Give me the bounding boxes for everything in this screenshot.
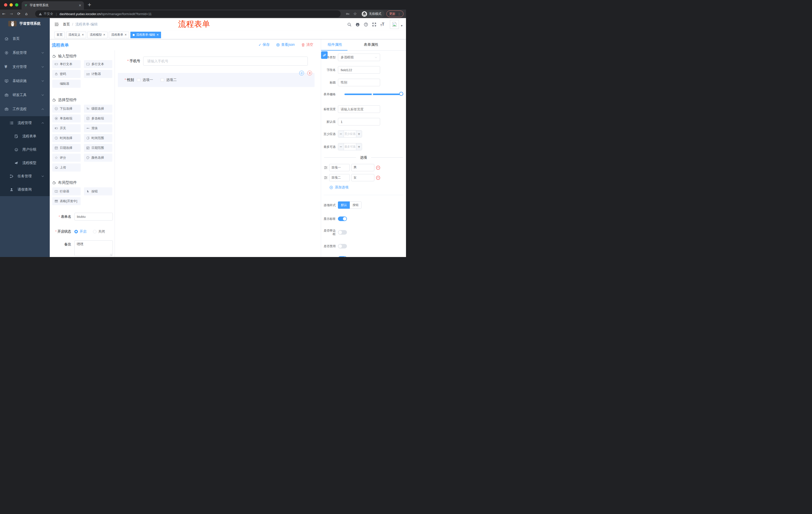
browser-tab[interactable]: 芋道管理系统 ✕ — [22, 1, 84, 9]
phone-field-input[interactable] — [143, 57, 308, 65]
component-item[interactable]: 时间范围 — [84, 134, 112, 142]
new-tab-button[interactable]: + — [87, 2, 91, 7]
option-label-input[interactable] — [329, 164, 350, 171]
tab-tag[interactable]: 流程表单-编辑✕ — [130, 32, 161, 38]
style-button-button[interactable]: 按钮 — [350, 201, 361, 209]
checkbox-icon[interactable] — [161, 78, 164, 82]
sidebar-item[interactable]: 流程表单 — [0, 130, 50, 143]
component-item[interactable]: 级联选择 — [84, 105, 112, 113]
sidebar-logo[interactable]: 芋道管理系统 — [0, 18, 50, 29]
sidebar-item[interactable]: 任务管理 — [0, 169, 50, 183]
component-item[interactable]: ☆评分 — [52, 154, 81, 162]
tab-tag[interactable]: 流程模型✕ — [87, 32, 108, 38]
tag-close-icon[interactable]: ✕ — [156, 33, 159, 36]
traffic-zoom-button[interactable] — [15, 3, 18, 6]
component-item[interactable]: 按钮 — [84, 187, 112, 195]
drag-handle-icon[interactable] — [324, 176, 328, 180]
traffic-close-button[interactable] — [4, 3, 7, 6]
sidebar-item[interactable]: 首页 — [0, 32, 50, 46]
status-radio-off[interactable]: 关闭 — [93, 229, 105, 234]
component-item[interactable]: 上传 — [52, 163, 81, 171]
component-item[interactable]: 日期范围 — [84, 144, 112, 152]
sidebar-item[interactable]: 基础设施 — [0, 74, 50, 88]
component-item[interactable]: 密码 — [52, 70, 81, 78]
option-label-input[interactable] — [329, 174, 350, 181]
tab-form-props[interactable]: 表单属性 — [364, 42, 378, 47]
breadcrumb-home[interactable]: 首页 — [63, 22, 70, 27]
stepper-plus-button[interactable]: + — [356, 143, 362, 150]
github-icon[interactable] — [355, 22, 360, 27]
component-item[interactable]: 颜色选择 — [84, 154, 112, 162]
component-item[interactable]: 行容器 — [52, 187, 81, 195]
forward-icon[interactable]: → — [7, 12, 15, 16]
user-avatar[interactable] — [390, 20, 399, 29]
stepper-minus-button[interactable]: − — [338, 143, 344, 150]
search-icon[interactable] — [347, 22, 351, 27]
sidebar-item[interactable]: 流程管理 — [0, 116, 50, 130]
gender-option-1[interactable]: 选项一 — [137, 78, 153, 82]
gender-option-2[interactable]: 选项二 — [161, 78, 177, 82]
hamburger-icon[interactable] — [54, 22, 59, 26]
component-item[interactable]: 开关 — [52, 124, 81, 132]
view-json-button[interactable]: 查看json — [276, 43, 295, 47]
clear-button[interactable]: 清空 — [301, 43, 313, 47]
tag-close-icon[interactable]: ✕ — [82, 33, 84, 36]
form-grid-slider[interactable] — [344, 91, 403, 97]
sidebar-item[interactable]: 流程模型 — [0, 156, 50, 169]
component-item[interactable]: 多选框组 — [84, 114, 112, 123]
tab-tag[interactable]: 流程定义✕ — [66, 32, 86, 38]
update-button[interactable]: 更新 ⋮ — [386, 10, 404, 17]
component-item[interactable]: 滑块 — [84, 124, 112, 132]
font-size-icon[interactable]: TT — [380, 22, 386, 27]
remove-option-icon[interactable] — [376, 175, 380, 180]
tab-component-props[interactable]: 组件属性 — [328, 42, 342, 47]
component-item[interactable]: 表格[开发中] — [52, 197, 81, 205]
component-item[interactable]: 日期选择 — [52, 144, 81, 152]
toggle-switch[interactable] — [338, 230, 347, 235]
sidebar-item[interactable]: 用户分组 — [0, 143, 50, 156]
component-item[interactable]: 单选框组 — [52, 114, 81, 123]
sidebar-item[interactable]: 工作流程 — [0, 102, 50, 116]
label-width-input[interactable] — [338, 105, 380, 113]
component-item[interactable]: 单行文本 — [52, 60, 81, 68]
checkbox-icon[interactable] — [137, 78, 140, 82]
default-value-input[interactable] — [338, 118, 380, 126]
tab-close-icon[interactable]: ✕ — [79, 4, 81, 7]
form-name-input[interactable] — [75, 213, 113, 220]
link-button[interactable] — [321, 51, 328, 59]
component-type-select[interactable]: 多选框组 — [338, 54, 380, 61]
component-item[interactable]: 多行文本 — [84, 60, 112, 68]
form-remark-textarea[interactable] — [75, 240, 113, 256]
help-icon[interactable] — [364, 22, 368, 27]
gender-checkbox-widget[interactable]: 性别 选项一 选项二 — [118, 73, 315, 87]
reload-icon[interactable]: ⟳ — [15, 12, 23, 16]
toggle-switch[interactable] — [338, 244, 347, 248]
slider-handle[interactable] — [399, 92, 403, 96]
tag-close-icon[interactable]: ✕ — [124, 33, 127, 36]
sidebar-item[interactable]: 系统管理 — [0, 46, 50, 60]
save-button[interactable]: ✓ 保存 — [259, 43, 270, 47]
stepper-plus-button[interactable]: + — [356, 131, 362, 137]
traffic-minimize-button[interactable] — [9, 3, 13, 6]
address-bar[interactable]: 不安全 | dashboard.yudao.iocoder.cn/bpm/man… — [35, 10, 341, 17]
drag-handle-icon[interactable] — [324, 166, 328, 169]
sidebar-item[interactable]: ¥支付管理 — [0, 60, 50, 74]
remove-option-icon[interactable] — [376, 165, 380, 170]
delete-widget-button[interactable] — [307, 71, 312, 76]
back-icon[interactable]: ← — [0, 12, 7, 16]
tab-tag[interactable]: 首页 — [54, 32, 65, 38]
tab-tag[interactable]: 流程表单✕ — [109, 32, 129, 38]
component-item[interactable]: 123计数器 — [84, 70, 112, 78]
style-default-button[interactable]: 默认 — [338, 201, 350, 209]
toggle-switch[interactable] — [338, 256, 347, 257]
title-input[interactable] — [338, 79, 380, 86]
status-radio-on[interactable]: 开启 — [75, 229, 86, 234]
component-item[interactable]: 编辑器 — [52, 80, 81, 88]
fullscreen-icon[interactable] — [372, 22, 376, 27]
menu-dots-icon[interactable]: ⋮ — [398, 12, 401, 16]
toggle-switch[interactable] — [338, 217, 347, 221]
component-item[interactable]: 下拉选择 — [52, 105, 81, 113]
option-value-input[interactable] — [351, 174, 374, 181]
home-icon[interactable]: ⌂ — [23, 12, 30, 16]
phone-field-widget[interactable]: 手机号 — [115, 57, 321, 65]
